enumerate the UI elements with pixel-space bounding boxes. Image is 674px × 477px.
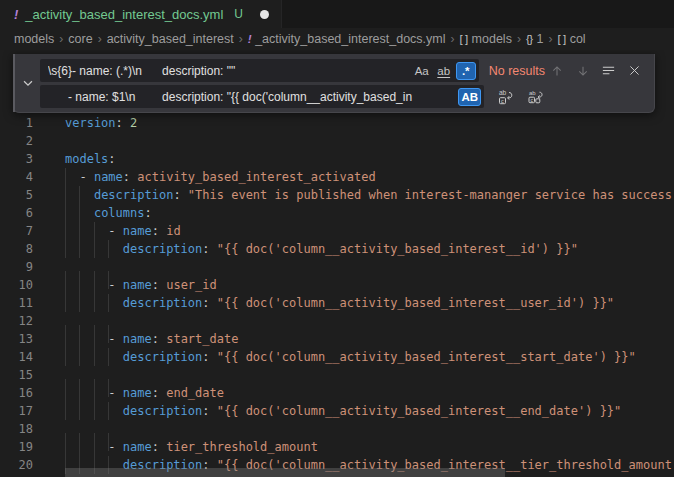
line-number[interactable]: 10: [0, 276, 33, 294]
code-line[interactable]: 1version: 2: [0, 114, 674, 132]
line-number[interactable]: 15: [0, 366, 33, 384]
indent-guide: [65, 204, 66, 222]
breadcrumb-label: activity_based_interest: [107, 32, 234, 46]
indent-guide: [65, 402, 66, 420]
find-status: No results: [489, 64, 545, 78]
indent-guide: [108, 402, 109, 420]
line-number[interactable]: 19: [0, 438, 33, 456]
code-line[interactable]: 12: [0, 312, 674, 330]
code-line[interactable]: 8 description: "{{ doc('column__activity…: [0, 240, 674, 258]
indent-guide: [79, 222, 80, 240]
yaml-file-icon: !: [248, 33, 251, 45]
line-number[interactable]: 14: [0, 348, 33, 366]
indent-guide: [94, 438, 95, 456]
line-text: - name: activity_based_interest_activate…: [65, 168, 376, 186]
code-lines: 1version: 223models:4 - name: activity_b…: [0, 114, 674, 474]
code-line[interactable]: 9: [0, 258, 674, 276]
line-number[interactable]: 17: [0, 402, 33, 420]
line-number[interactable]: 9: [0, 258, 33, 276]
line-number[interactable]: 6: [0, 204, 33, 222]
breadcrumb: models›core›activity_based_interest›!_ac…: [0, 28, 674, 50]
close-button[interactable]: [623, 60, 646, 81]
breadcrumb-item[interactable]: models: [14, 32, 54, 46]
breadcrumb-separator-icon: ›: [239, 32, 243, 46]
code-line[interactable]: 5 description: "This event is published …: [0, 186, 674, 204]
code-line[interactable]: 10 - name: user_id: [0, 276, 674, 294]
breadcrumb-item[interactable]: activity_based_interest: [107, 32, 234, 46]
breadcrumb-item[interactable]: [ ]models: [460, 32, 512, 46]
line-number[interactable]: 7: [0, 222, 33, 240]
indent-guide: [94, 330, 95, 348]
code-line[interactable]: 16 - name: end_date: [0, 384, 674, 402]
line-number[interactable]: 1: [0, 114, 33, 132]
line-number[interactable]: 5: [0, 186, 33, 204]
line-text: description: "{{ doc('column__activity_b…: [65, 240, 578, 258]
replace-row: - name: $1\n description: "{{ doc('colum…: [40, 85, 646, 108]
code-line[interactable]: 17 description: "{{ doc('column__activit…: [0, 402, 674, 420]
find-input[interactable]: \s{6}- name: (.*)\n description: "" Aa a…: [40, 59, 479, 82]
line-number[interactable]: 8: [0, 240, 33, 258]
editor[interactable]: 1version: 223models:4 - name: activity_b…: [0, 50, 674, 477]
replace-input-value: - name: $1\n description: "{{ doc('colum…: [48, 90, 480, 104]
line-text: models:: [65, 150, 116, 168]
indent-guide: [65, 348, 66, 366]
line-number[interactable]: 16: [0, 384, 33, 402]
code-line[interactable]: 11 description: "{{ doc('column__activit…: [0, 294, 674, 312]
breadcrumb-item[interactable]: core: [68, 32, 92, 46]
indent-guide: [65, 330, 66, 348]
toggle-replace-button[interactable]: [16, 54, 40, 112]
code-line[interactable]: 2: [0, 132, 674, 150]
whole-word-button[interactable]: ab: [434, 62, 454, 80]
code-line[interactable]: 14 description: "{{ doc('column__activit…: [0, 348, 674, 366]
code-line[interactable]: 13 - name: start_date: [0, 330, 674, 348]
line-text: description: "{{ doc('column__activity_b…: [65, 348, 636, 366]
close-icon: [628, 64, 641, 77]
breadcrumb-separator-icon: ›: [549, 32, 553, 46]
preserve-case-button[interactable]: AB: [458, 88, 481, 106]
arrow-down-icon: [576, 64, 590, 78]
match-case-button[interactable]: Aa: [412, 62, 432, 80]
line-number[interactable]: 18: [0, 420, 33, 438]
line-number[interactable]: 3: [0, 150, 33, 168]
replace-input[interactable]: - name: $1\n description: "{{ doc('colum…: [40, 85, 484, 108]
indent-guide: [79, 294, 80, 312]
indent-guide: [94, 384, 95, 402]
breadcrumb-label: 1: [537, 32, 544, 46]
code-line[interactable]: 4 - name: activity_based_interest_activa…: [0, 168, 674, 186]
breadcrumb-label: models: [472, 32, 512, 46]
resize-sash[interactable]: [13, 54, 15, 112]
previous-match-button[interactable]: [545, 60, 568, 81]
horizontal-scrollbar[interactable]: [65, 468, 505, 477]
breadcrumb-separator-icon: ›: [98, 32, 102, 46]
next-match-button[interactable]: [571, 60, 594, 81]
svg-text:ab: ab: [529, 89, 536, 95]
find-row: \s{6}- name: (.*)\n description: "" Aa a…: [40, 59, 646, 82]
tab-bar: ! _activity_based_interest_docs.yml U: [0, 0, 674, 28]
breadcrumb-item[interactable]: {}1: [526, 32, 544, 46]
regex-button[interactable]: .*: [456, 62, 476, 80]
line-number[interactable]: 2: [0, 132, 33, 150]
modified-dot-icon[interactable]: [260, 10, 269, 19]
find-in-selection-button[interactable]: [597, 60, 620, 81]
replace-button[interactable]: ab c: [494, 86, 517, 107]
breadcrumb-item[interactable]: [ ]col: [558, 32, 586, 46]
line-number[interactable]: 11: [0, 294, 33, 312]
code-line[interactable]: 18: [0, 420, 674, 438]
replace-all-icon: ab c: [528, 89, 544, 105]
code-line[interactable]: 7 - name: id: [0, 222, 674, 240]
code-line[interactable]: 3models:: [0, 150, 674, 168]
line-number[interactable]: 13: [0, 330, 33, 348]
line-text: columns:: [65, 204, 152, 222]
tab-active[interactable]: ! _activity_based_interest_docs.yml U: [0, 0, 282, 28]
indent-guide: [94, 222, 95, 240]
line-number[interactable]: 12: [0, 312, 33, 330]
breadcrumb-item[interactable]: !_activity_based_interest_docs.yml: [248, 32, 446, 46]
code-line[interactable]: 15: [0, 366, 674, 384]
replace-all-button[interactable]: ab c: [524, 86, 547, 107]
code-line[interactable]: 6 columns:: [0, 204, 674, 222]
indent-guide: [65, 294, 66, 312]
indent-guide: [94, 402, 95, 420]
line-number[interactable]: 20: [0, 456, 33, 474]
line-number[interactable]: 4: [0, 168, 33, 186]
code-line[interactable]: 19 - name: tier_threshold_amount: [0, 438, 674, 456]
